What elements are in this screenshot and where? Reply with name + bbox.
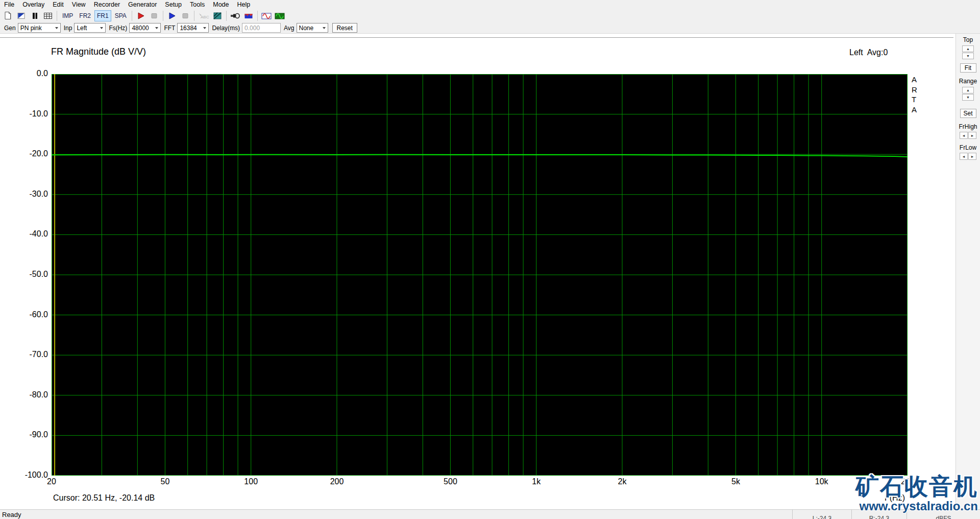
fr2-mode-button[interactable]: FR2 <box>77 10 93 21</box>
fr-magnitude-plot[interactable] <box>52 74 908 476</box>
panel-label-frlow: FrLow <box>960 144 976 151</box>
graph-settings-panel: Top▲▼FitRange▲▼SetFrHigh◄►FrLow◄► <box>955 34 980 509</box>
avg-select-label: Avg <box>284 25 294 32</box>
status-ready-text: Ready <box>2 511 21 518</box>
toolbar-measurement: GenPN pinkInpLeftFs(Hz)48000FFT16384Dela… <box>0 22 980 34</box>
play-icon <box>167 11 177 21</box>
y-tick-label: -10.0 <box>30 109 48 119</box>
panel-label-range: Range <box>959 78 977 85</box>
top-spinner: ▲▼ <box>962 45 974 59</box>
gen-select[interactable]: PN pink <box>18 23 61 33</box>
top-spinner-up-button[interactable]: ▲ <box>962 45 974 52</box>
play-button[interactable] <box>166 10 178 21</box>
y-axis-tick-labels: 0.0-10.0-20.0-30.0-40.0-50.0-60.0-70.0-8… <box>0 34 48 509</box>
delay-input[interactable]: 0.000 <box>242 23 281 33</box>
y-tick-label: 0.0 <box>37 69 48 78</box>
menu-help[interactable]: Help <box>233 1 255 9</box>
fr1-mode-button[interactable]: FR1 <box>94 10 111 21</box>
toolbar-separator <box>163 11 163 21</box>
gen-select-value: PN pink <box>20 25 42 32</box>
play-stop-button <box>179 10 191 21</box>
status-pane-1: R:-24.3 <box>851 510 906 519</box>
generator-start-button[interactable] <box>274 10 286 21</box>
y-tick-label: -60.0 <box>30 310 48 319</box>
chevron-down-icon <box>203 27 206 29</box>
status-pane-2: dBFS <box>906 510 980 519</box>
record-icon <box>136 11 146 21</box>
menu-recorder[interactable]: Recorder <box>90 1 124 9</box>
x-tick-label: 1k <box>532 477 541 486</box>
bar-view-button[interactable] <box>29 10 41 21</box>
overlay-button[interactable] <box>15 10 28 21</box>
chevron-down-icon <box>323 27 326 29</box>
svg-text:ABC: ABC <box>201 15 209 19</box>
toolbar-separator <box>226 11 227 21</box>
sine-green-icon <box>274 11 285 21</box>
overlay-icon <box>16 11 27 21</box>
reset-button[interactable]: Reset <box>332 23 357 33</box>
x-tick-label: 10k <box>815 477 828 486</box>
menu-view[interactable]: View <box>68 1 90 9</box>
x-axis-tick-labels: 20501002005001k2k5k10k20k <box>52 477 908 487</box>
menu-overlay[interactable]: Overlay <box>18 1 48 9</box>
sine-red-icon <box>261 11 272 21</box>
color-scheme-button[interactable] <box>211 10 224 21</box>
abc-icon: ABC <box>198 11 210 21</box>
x-tick-label: 2k <box>618 477 627 486</box>
menu-setup[interactable]: Setup <box>161 1 186 9</box>
record-stop-button <box>148 10 160 21</box>
range-spinner-down-button[interactable]: ▼ <box>962 94 974 101</box>
imp-mode-button[interactable]: IMP <box>60 10 76 21</box>
x-tick-label: 50 <box>161 477 170 486</box>
avg-select-value: None <box>299 25 314 32</box>
range-spinner: ▲▼ <box>962 87 974 101</box>
fft-select[interactable]: 16384 <box>177 23 209 33</box>
menu-bar: FileOverlayEditViewRecorderGeneratorSetu… <box>0 0 980 9</box>
x-tick-label: 20k <box>901 477 914 486</box>
x-tick-label: 20 <box>47 477 56 486</box>
new-button[interactable] <box>2 10 14 21</box>
input-select[interactable]: Left <box>74 23 106 33</box>
frlow-spinner-right-button[interactable]: ► <box>968 153 976 160</box>
menu-file[interactable]: File <box>0 1 18 9</box>
spa-mode-button[interactable]: SPA <box>112 10 129 21</box>
fit-button[interactable]: Fit <box>960 63 976 73</box>
status-pane-0: L:-24.3 <box>792 510 851 519</box>
status-pane-text: R:-24.3 <box>852 515 906 519</box>
side-text-letter: R <box>912 85 917 95</box>
panel-label-top: Top <box>963 36 973 43</box>
status-pane-text: dBFS <box>907 515 980 519</box>
menu-edit[interactable]: Edit <box>48 1 68 9</box>
avg-select[interactable]: None <box>297 23 328 33</box>
chart-frame-divider <box>0 37 953 38</box>
y-tick-label: -100.0 <box>25 470 48 480</box>
set-button[interactable]: Set <box>960 109 976 118</box>
generator-setup-button[interactable] <box>260 10 273 21</box>
frhigh-spinner-right-button[interactable]: ► <box>968 132 976 139</box>
record-button[interactable] <box>135 10 147 21</box>
menu-mode[interactable]: Mode <box>209 1 233 9</box>
signal-record-button[interactable] <box>242 10 255 21</box>
plug-icon <box>230 11 241 21</box>
gen-select-label: Gen <box>4 25 16 32</box>
bars-icon <box>30 11 40 21</box>
y-tick-label: -50.0 <box>30 270 48 279</box>
calibrate-button: ABC <box>197 10 210 21</box>
range-spinner-up-button[interactable]: ▲ <box>962 87 974 93</box>
scheme-icon <box>212 11 223 21</box>
delay-input-label: Delay(ms) <box>212 25 240 32</box>
frlow-spinner-left-button[interactable]: ◄ <box>960 153 968 160</box>
side-text-letter: A <box>912 75 917 85</box>
y-tick-label: -70.0 <box>30 350 48 359</box>
chevron-down-icon <box>100 27 103 29</box>
status-bar: Ready L:-24.3R:-24.3dBFS <box>0 509 980 519</box>
menu-tools[interactable]: Tools <box>186 1 209 9</box>
frhigh-spinner-left-button[interactable]: ◄ <box>960 132 968 139</box>
top-spinner-down-button[interactable]: ▼ <box>962 53 974 59</box>
menu-generator[interactable]: Generator <box>124 1 161 9</box>
toolbar-separator <box>132 11 132 21</box>
fs-select[interactable]: 48000 <box>129 23 161 33</box>
table-view-button[interactable] <box>42 10 54 21</box>
cursor-readout: Cursor: 20.51 Hz, -20.14 dB <box>53 493 155 503</box>
audio-device-button[interactable] <box>229 10 241 21</box>
